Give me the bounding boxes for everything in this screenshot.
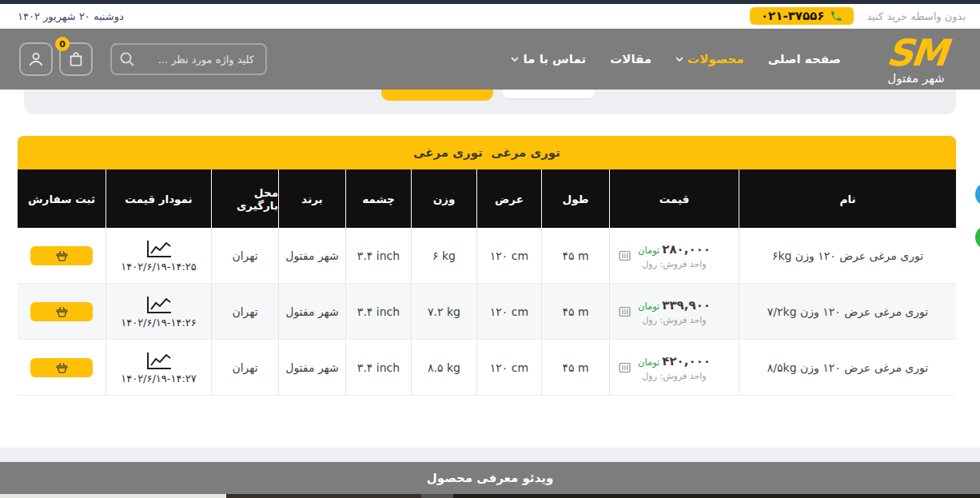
chart-icon	[145, 238, 173, 259]
unit-label: واحد فروش: رول	[642, 371, 706, 381]
price-value: ۴۲۰,۰۰۰	[662, 354, 711, 369]
toman-label: تومان	[638, 357, 659, 368]
product-table: توری مرغی توری مرغی نام قیمت طول عرض وزن…	[18, 136, 956, 396]
unit-label: واحد فروش: رول	[642, 259, 706, 269]
col-header-location: محل بارگیری	[211, 169, 278, 228]
video-section-header: ویدئو معرفی محصول	[0, 462, 980, 494]
nav-contact-label: تماس با ما	[523, 52, 586, 66]
order-cell	[18, 228, 106, 283]
main-nav: صفحه اصلی محصولات مقالات تماس با ما	[511, 52, 841, 66]
promo-text: بدون واسطه خرید کنید	[866, 10, 966, 22]
user-icon	[26, 50, 46, 69]
col-header-brand: برند	[278, 169, 345, 228]
toman-label: تومان	[638, 301, 659, 312]
price-chart-button[interactable]: ۱۴۰۲/۶/۱۹-۱۴:۲۶	[106, 284, 211, 339]
col-header-name: نام	[739, 169, 956, 228]
add-to-basket-button[interactable]	[30, 358, 93, 377]
col-header-width: عرض	[476, 169, 541, 228]
table-row: توری مرغی عرض ۱۲۰ وزن ۶kg ۲۸۰,۰۰۰ تومان …	[18, 228, 956, 284]
brand-value: شهر مفتول	[278, 228, 345, 283]
tabs-panel	[24, 90, 956, 114]
basket-icon	[55, 305, 69, 318]
chart-timestamp: ۱۴۰۲/۶/۱۹-۱۴:۲۷	[121, 373, 197, 384]
site-logo[interactable]: SM شهر مفتول	[863, 34, 969, 85]
price-value: ۳۳۹,۹۰۰	[662, 298, 711, 313]
search-icon	[118, 50, 136, 68]
topbar: بدون واسطه خرید کنید ۰۲۱-۳۷۵۵۶ دوشنبه ۲۰…	[0, 4, 980, 29]
video-section-title: ویدئو معرفی محصول	[427, 471, 553, 485]
unit-label: واحد فروش: رول	[642, 315, 706, 325]
chart-icon	[145, 350, 173, 371]
col-header-chart: نمودار قیمت	[106, 169, 211, 228]
col-header-mesh: چشمه	[345, 169, 411, 228]
location-value: تهران	[211, 340, 278, 395]
length-value: ۴۵ m	[541, 228, 609, 283]
price-cell: ۲۸۰,۰۰۰ تومان واحد فروش: رول	[609, 228, 739, 283]
cart-button[interactable]: 0	[59, 42, 93, 76]
product-name-link[interactable]: توری مرغی عرض ۱۲۰ وزن ۸/۵kg	[739, 340, 956, 395]
chevron-down-icon	[511, 57, 519, 62]
col-header-length: طول	[541, 169, 609, 228]
brand-value: شهر مفتول	[278, 340, 345, 395]
table-row: توری مرغی عرض ۱۲۰ وزن ۸/۵kg ۴۲۰,۰۰۰ توما…	[18, 340, 956, 396]
chart-icon	[145, 294, 173, 315]
date-text: دوشنبه ۲۰ شهریور ۱۴۰۲	[18, 10, 124, 22]
nav-contact[interactable]: تماس با ما	[511, 52, 586, 66]
add-to-basket-button[interactable]	[30, 246, 93, 265]
price-cell: ۳۳۹,۹۰۰ تومان واحد فروش: رول	[609, 284, 739, 339]
table-title: توری مرغی توری مرغی	[18, 136, 956, 169]
weight-value: ۶ kg	[411, 228, 476, 283]
basket-icon	[55, 249, 69, 262]
weight-value: ۷.۲ kg	[411, 284, 476, 339]
section-divider	[0, 448, 980, 462]
price-cell: ۴۲۰,۰۰۰ تومان واحد فروش: رول	[609, 340, 739, 395]
price-chart-button[interactable]: ۱۴۰۲/۶/۱۹-۱۴:۲۵	[106, 228, 211, 283]
brand-value: شهر مفتول	[278, 284, 345, 339]
col-header-price: قیمت	[609, 169, 739, 228]
active-tab-button[interactable]	[381, 90, 493, 101]
product-name-link[interactable]: توری مرغی عرض ۱۲۰ وزن ۷/۲kg	[739, 284, 956, 339]
width-value: ۱۲۰ cm	[476, 228, 541, 283]
nav-articles-label: مقالات	[610, 52, 651, 66]
col-header-order: ثبت سفارش	[18, 169, 106, 228]
width-value: ۱۲۰ cm	[476, 284, 541, 339]
order-cell	[18, 340, 106, 395]
col-header-weight: وزن	[411, 169, 476, 228]
nav-articles[interactable]: مقالات	[610, 52, 651, 66]
phone-badge[interactable]: ۰۲۱-۳۷۵۵۶	[750, 7, 854, 25]
nav-home[interactable]: صفحه اصلی	[768, 52, 841, 66]
location-value: تهران	[211, 228, 278, 283]
nav-home-label: صفحه اصلی	[768, 52, 841, 66]
toman-label: تومان	[638, 245, 659, 256]
price-chart-button[interactable]: ۱۴۰۲/۶/۱۹-۱۴:۲۷	[106, 340, 211, 395]
table-header-row: نام قیمت طول عرض وزن چشمه برند محل بارگی…	[18, 169, 956, 228]
product-name-link[interactable]: توری مرغی عرض ۱۲۰ وزن ۶kg	[739, 228, 956, 283]
mesh-value: ۳.۴ inch	[345, 284, 411, 339]
barcode-icon	[619, 362, 631, 373]
whatsapp-float-button[interactable]	[975, 225, 980, 249]
weight-value: ۸.۵ kg	[411, 340, 476, 395]
mesh-value: ۳.۴ inch	[345, 340, 411, 395]
chart-timestamp: ۱۴۰۲/۶/۱۹-۱۴:۲۶	[121, 317, 197, 329]
inactive-tab-button[interactable]	[502, 90, 595, 98]
search-box	[110, 43, 267, 75]
nav-products[interactable]: محصولات	[675, 52, 744, 66]
bag-icon	[67, 50, 85, 68]
phone-number: ۰۲۱-۳۷۵۵۶	[761, 9, 824, 23]
user-account-button[interactable]	[19, 42, 53, 76]
phone-icon	[830, 10, 843, 22]
page: بدون واسطه خرید کنید ۰۲۱-۳۷۵۵۶ دوشنبه ۲۰…	[0, 0, 980, 498]
barcode-icon	[619, 250, 631, 261]
video-player-edge	[0, 494, 980, 498]
cart-count-badge: 0	[55, 37, 70, 51]
location-value: تهران	[211, 284, 278, 339]
length-value: ۴۵ m	[541, 284, 609, 339]
chevron-down-icon	[675, 57, 683, 62]
add-to-basket-button[interactable]	[30, 302, 93, 321]
chart-timestamp: ۱۴۰۲/۶/۱۹-۱۴:۲۵	[121, 261, 197, 273]
width-value: ۱۲۰ cm	[476, 340, 541, 395]
length-value: ۴۵ m	[541, 340, 609, 395]
telegram-float-button[interactable]	[975, 182, 980, 206]
price-value: ۲۸۰,۰۰۰	[662, 242, 711, 257]
table-row: توری مرغی عرض ۱۲۰ وزن ۷/۲kg ۳۳۹,۹۰۰ توما…	[18, 284, 956, 340]
